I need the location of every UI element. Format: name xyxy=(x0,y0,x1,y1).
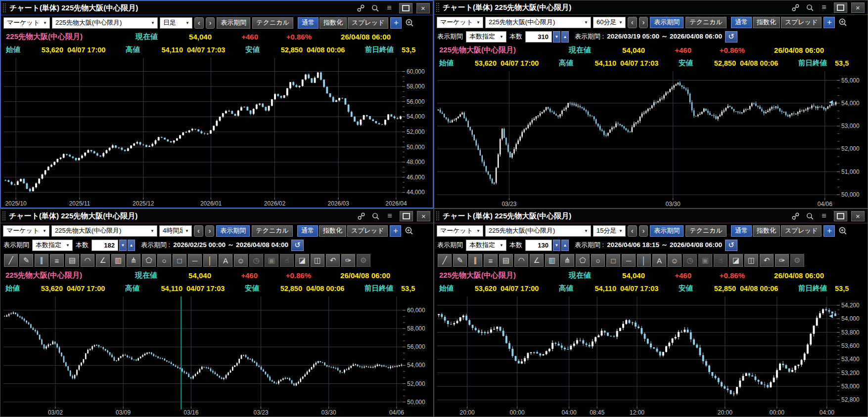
market-select[interactable]: マーケット ▼ xyxy=(3,225,49,237)
search-icon[interactable] xyxy=(804,2,816,12)
tab-indexed[interactable]: 指数化 xyxy=(753,225,780,237)
prev-button[interactable]: ‹ xyxy=(194,17,204,29)
market-select[interactable]: マーケット ▼ xyxy=(3,17,50,29)
zoom-in-icon[interactable] xyxy=(404,17,415,29)
timeframe-select[interactable]: 15分足 ▼ xyxy=(593,225,626,237)
bar-count-down-button[interactable]: ▼ xyxy=(119,240,127,251)
technical-button[interactable]: テクニカル xyxy=(252,17,293,29)
prev-button[interactable]: ‹ xyxy=(628,225,637,237)
tab-indexed[interactable]: 指数化 xyxy=(753,17,780,28)
rectangle-tool-icon[interactable]: □ xyxy=(173,254,186,267)
candlestick-chart[interactable]: 03/0203/0903/1603/2303/3004/0660,00058,0… xyxy=(0,294,433,417)
timeframe-select[interactable]: 日足 ▼ xyxy=(160,17,192,29)
maximize-button[interactable] xyxy=(399,3,412,13)
rectangle-tool-icon[interactable]: □ xyxy=(606,254,620,267)
pen-lock-tool-icon[interactable]: ✑ xyxy=(341,254,355,267)
technical-button[interactable]: テクニカル xyxy=(252,225,293,237)
undo-tool-icon[interactable]: ↶ xyxy=(760,254,774,267)
prev-button[interactable]: ‹ xyxy=(194,225,203,237)
close-button[interactable]: × xyxy=(416,3,430,13)
text-annotation-tool-icon[interactable]: A xyxy=(219,254,232,267)
instrument-select[interactable]: 225先物大阪(中心限月) ▼ xyxy=(485,225,591,237)
drag-handle-icon[interactable] xyxy=(2,211,6,221)
undo-tool-icon[interactable]: ↶ xyxy=(326,254,340,267)
tab-indexed[interactable]: 指数化 xyxy=(319,225,346,237)
zoom-in-icon[interactable] xyxy=(403,225,415,237)
drag-handle-icon[interactable] xyxy=(436,211,440,221)
chart-area[interactable]: 03/0203/0903/1603/2303/3004/0660,00058,0… xyxy=(0,294,433,417)
candlestick-chart[interactable]: 20:0000:0004:0008:4512:0020:0000:0004:00… xyxy=(434,294,868,417)
eraser-tool-icon[interactable]: ◪ xyxy=(729,254,743,267)
bar-count-up-button[interactable]: ▲ xyxy=(128,240,135,251)
search-icon[interactable] xyxy=(369,211,381,221)
bar-count-input[interactable] xyxy=(525,240,552,251)
window-titlebar[interactable]: チャート(単体) 225先物大阪(中心限月) ≡ × xyxy=(1,1,433,15)
vertical-lines-tool-icon[interactable]: ▥ xyxy=(545,254,559,267)
candlestick-chart[interactable]: 03/2303/3004/0655,00054,00053,00052,0005… xyxy=(434,69,868,208)
next-button[interactable]: › xyxy=(639,17,648,28)
bar-count-down-button[interactable]: ▼ xyxy=(553,240,560,251)
horizontal-lines-tool-icon[interactable]: ≡ xyxy=(484,254,498,267)
market-select[interactable]: マーケット ▼ xyxy=(437,17,483,28)
menu-icon[interactable]: ≡ xyxy=(818,2,830,12)
text-annotation-tool-icon[interactable]: A xyxy=(652,254,666,267)
fan-lines-tool-icon[interactable]: ∠ xyxy=(96,254,110,267)
drag-handle-icon[interactable] xyxy=(2,3,7,13)
prev-button[interactable]: ‹ xyxy=(628,17,637,28)
eraser-all-tool-icon[interactable]: ◫ xyxy=(311,254,324,267)
period-mode-select[interactable]: 本数指定 ▼ xyxy=(466,240,506,251)
polygon-tool-icon[interactable]: ⬠ xyxy=(142,254,156,267)
tab-spread[interactable]: スプレッド xyxy=(781,17,822,28)
display-period-button[interactable]: 表示期間 xyxy=(650,225,684,237)
tab-normal[interactable]: 通常 xyxy=(731,225,752,237)
maximize-button[interactable] xyxy=(834,211,847,221)
trend-line-tool-icon[interactable]: ╱ xyxy=(438,254,452,267)
bar-count-down-button[interactable]: ▼ xyxy=(553,31,560,42)
parallel-lines-tool-icon[interactable]: ∥ xyxy=(468,254,482,267)
display-period-button[interactable]: 表示期間 xyxy=(650,17,684,28)
display-period-button[interactable]: 表示期間 xyxy=(216,225,250,237)
tab-normal[interactable]: 通常 xyxy=(298,17,319,29)
add-chart-button[interactable]: ＋ xyxy=(390,17,402,29)
next-button[interactable]: › xyxy=(205,225,215,237)
add-chart-button[interactable]: ＋ xyxy=(823,225,835,237)
horizontal-lines-dense-tool-icon[interactable]: ▤ xyxy=(65,254,79,267)
reload-button[interactable]: ↺ xyxy=(725,31,737,42)
eraser-tool-icon[interactable]: ◪ xyxy=(295,254,309,267)
instrument-select[interactable]: 225先物大阪(中心限月) ▼ xyxy=(52,17,158,29)
window-titlebar[interactable]: チャート(単体) 225先物大阪(中心限月) ≡ × xyxy=(434,209,868,223)
link-icon[interactable] xyxy=(355,211,367,221)
horizontal-lines-dense-tool-icon[interactable]: ▤ xyxy=(499,254,513,267)
next-button[interactable]: › xyxy=(639,225,648,237)
add-chart-button[interactable]: ＋ xyxy=(390,225,401,237)
timeframe-select[interactable]: 4時間足 ▼ xyxy=(159,225,192,237)
bar-count-input[interactable] xyxy=(91,240,118,251)
next-button[interactable]: › xyxy=(206,17,215,29)
parallel-lines-tool-icon[interactable]: ∥ xyxy=(35,254,48,267)
pencil-ruler-tool-icon[interactable]: ✎ xyxy=(19,254,33,267)
pen-lock-tool-icon[interactable]: ✑ xyxy=(775,254,789,267)
ellipse-tool-icon[interactable]: ○ xyxy=(591,254,605,267)
close-button[interactable]: × xyxy=(851,2,865,13)
horizontal-segment-tool-icon[interactable]: ─ xyxy=(188,254,202,267)
tab-indexed[interactable]: 指数化 xyxy=(320,17,347,29)
technical-button[interactable]: テクニカル xyxy=(685,17,727,28)
period-mode-select[interactable]: 本数指定 ▼ xyxy=(466,31,506,42)
zoom-in-icon[interactable] xyxy=(837,225,849,237)
vertical-segment-tool-icon[interactable]: │ xyxy=(203,254,217,267)
add-chart-button[interactable]: ＋ xyxy=(823,17,835,28)
vertical-lines-tool-icon[interactable]: ▥ xyxy=(111,254,125,267)
vertical-segment-tool-icon[interactable]: │ xyxy=(637,254,651,267)
fan-lines-tool-icon[interactable]: ∠ xyxy=(530,254,544,267)
bar-count-input[interactable] xyxy=(525,31,552,42)
window-titlebar[interactable]: チャート(単体) 225先物大阪(中心限月) ≡ × xyxy=(0,209,433,223)
horizontal-lines-tool-icon[interactable]: ≡ xyxy=(50,254,64,267)
chart-area[interactable]: 2025/102025/112025/122026/012026/022026/… xyxy=(1,56,433,208)
polygon-tool-icon[interactable]: ⬠ xyxy=(576,254,590,267)
pencil-ruler-tool-icon[interactable]: ✎ xyxy=(453,254,467,267)
menu-icon[interactable]: ≡ xyxy=(384,211,396,221)
fibonacci-arc-tool-icon[interactable]: ◠ xyxy=(81,254,94,267)
close-button[interactable]: × xyxy=(851,211,865,221)
reload-button[interactable]: ↺ xyxy=(725,240,737,251)
ellipse-tool-icon[interactable]: ○ xyxy=(157,254,171,267)
